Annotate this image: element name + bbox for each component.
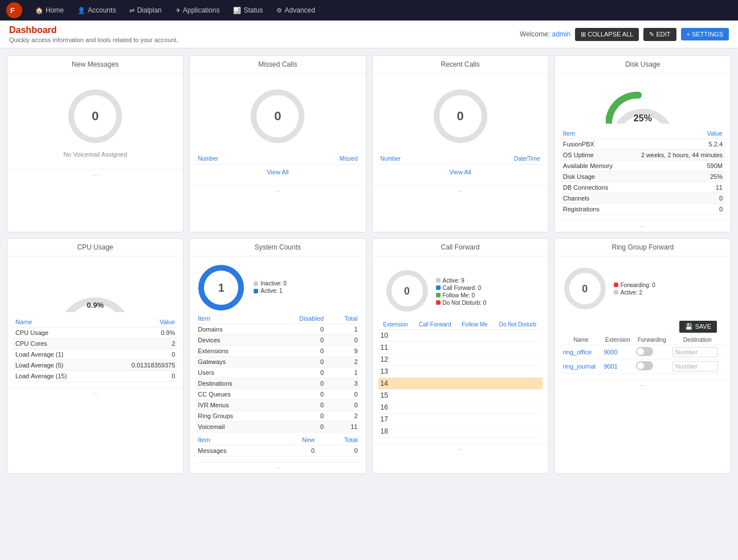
new-messages-footer: ···	[7, 169, 183, 181]
rg-col-name: Name	[561, 335, 602, 345]
cpu-gauge-ring: 0.9%	[50, 267, 141, 312]
sys-counts-row: Gateways02	[195, 357, 360, 367]
call-forward-body: 0 Active: 9 Call Forward: 0	[373, 256, 548, 443]
cf-fm-val	[456, 426, 492, 438]
disk-item: Channels	[561, 193, 624, 204]
svg-text:F: F	[10, 6, 15, 15]
sys-disabled: 0	[271, 422, 326, 432]
call-forward-row: 15	[378, 390, 543, 402]
page-header: Dashboard Quickly access information and…	[0, 21, 738, 48]
recent-col2: Date/Time	[514, 156, 540, 162]
system-counts-value: 1	[218, 281, 225, 295]
cpu-val: 0	[101, 371, 177, 382]
inactive-dot	[254, 281, 258, 286]
cpu-val: 0	[101, 349, 177, 360]
advanced-icon: ⚙	[276, 7, 282, 14]
rg-col-dest: Destination	[670, 335, 725, 345]
call-forward-table: Extension Call Forward Follow Me Do Not …	[378, 320, 543, 438]
ring-group-body: 0 Forwarding: 0 Active: 2 💾	[555, 256, 731, 379]
sys-sub-total-val: 0	[317, 445, 360, 456]
sys-sub-new: New	[276, 435, 317, 445]
disk-value: 2 weeks, 2 hours, 44 minutes	[624, 150, 725, 161]
nav-advanced[interactable]: ⚙ Advanced	[271, 4, 320, 17]
sys-total: 3	[326, 378, 360, 389]
header-actions: Welcome: admin ⊞ COLLAPSE ALL ✎ EDIT + S…	[520, 28, 729, 41]
rg-fwd-toggle[interactable]	[634, 359, 670, 374]
system-counts-top: 1 Inactive: 0 Active: 1	[195, 262, 360, 313]
rg-active-dot	[614, 290, 618, 295]
missed-col2: Missed	[340, 156, 358, 162]
cpu-table-row: Load Average (5)0.01318359375	[13, 360, 177, 371]
missed-calls-body: 0 Number Missed View All	[190, 73, 365, 185]
cpu-name: CPU Cores	[13, 338, 101, 349]
cf-cf-val	[413, 366, 456, 378]
disk-usage-footer: ···	[555, 220, 731, 232]
sys-item: Users	[195, 367, 271, 378]
call-forward-row: 16	[378, 402, 543, 414]
rg-name-val: ring_journal	[561, 359, 602, 374]
cpu-usage-label: 0.9%	[87, 301, 104, 309]
cpu-table: Name Value CPU Usage0.9%CPU Cores2Load A…	[13, 317, 177, 382]
cf-dnd-val	[493, 378, 543, 390]
save-button[interactable]: 💾 SAVE	[679, 321, 717, 333]
missed-calls-ring: 0	[246, 85, 309, 148]
nav-dialplan[interactable]: ⇌ Dialplan	[124, 4, 167, 17]
cpu-name: CPU Usage	[13, 328, 101, 338]
nav-home[interactable]: 🏠 Home	[30, 4, 70, 17]
sys-counts-sub-table: Item New Total Messages00	[195, 435, 360, 456]
disk-gauge: 25%	[561, 79, 725, 128]
sys-counts-row: Voicemail011	[195, 422, 360, 432]
sys-item: Devices	[195, 335, 271, 346]
cpu-table-row: CPU Cores2	[13, 338, 177, 349]
sys-item: Gateways	[195, 357, 271, 367]
sys-disabled: 0	[271, 357, 326, 367]
settings-button[interactable]: + SETTINGS	[681, 28, 729, 40]
cf-col-dnd: Do Not Disturb	[493, 320, 543, 330]
missed-calls-donut: 0	[195, 79, 360, 153]
recent-calls-view-all[interactable]: View All	[378, 165, 543, 179]
system-counts-legend: Inactive: 0 Active: 1	[254, 280, 287, 295]
rg-legend-active: Active: 2	[614, 289, 655, 296]
cf-ext-val: 10	[378, 330, 413, 342]
edit-button[interactable]: ✎ EDIT	[643, 28, 676, 41]
cf-dnd-val	[493, 342, 543, 354]
recent-calls-headers: Number Date/Time	[378, 153, 543, 165]
rg-col-fwd: Forwarding	[634, 335, 670, 345]
nav-applications[interactable]: ✈ Applications	[170, 4, 226, 17]
sys-item: Voicemail	[195, 422, 271, 432]
ring-group-row: ring_office 9000	[561, 345, 725, 359]
cf-dnd-val	[493, 402, 543, 414]
rg-dest-val[interactable]	[670, 359, 725, 374]
cf-cf-val	[413, 402, 456, 414]
sys-sub-item-val: Messages	[195, 445, 275, 456]
collapse-all-button[interactable]: ⊞ COLLAPSE ALL	[575, 28, 639, 41]
rg-dest-val[interactable]	[670, 345, 725, 359]
user-link[interactable]: admin	[552, 30, 571, 38]
legend-inactive: Inactive: 0	[254, 280, 287, 287]
cf-fm-val	[456, 354, 492, 366]
sys-disabled: 0	[271, 346, 326, 357]
cf-fm-val	[456, 414, 492, 426]
sys-total: 0	[326, 389, 360, 400]
bottom-widget-row: CPU Usage 0.9% Name	[7, 238, 731, 474]
cpu-col1: Name	[13, 317, 101, 328]
cf-cf-val	[413, 390, 456, 402]
sys-item: Extensions	[195, 346, 271, 357]
cf-ext-val: 16	[378, 402, 413, 414]
sys-col-total: Total	[326, 313, 360, 324]
system-counts-footer: ···	[190, 462, 365, 473]
cpu-val: 0.9%	[101, 328, 177, 338]
cf-dnd-val	[493, 354, 543, 366]
nav-accounts[interactable]: 👤 Accounts	[72, 4, 121, 17]
missed-calls-count: 0	[274, 109, 281, 124]
missed-calls-view-all[interactable]: View All	[195, 165, 360, 179]
missed-calls-headers: Number Missed	[195, 153, 360, 165]
sys-counts-row: Destinations03	[195, 378, 360, 389]
rg-fwd-toggle[interactable]	[634, 345, 670, 359]
disk-usage-title: Disk Usage	[555, 56, 731, 73]
nav-status[interactable]: 📊 Status	[227, 4, 268, 17]
cf-follow-dot	[436, 293, 441, 297]
disk-usage-label: 25%	[634, 113, 652, 124]
sys-total: 1	[326, 324, 360, 335]
sys-counts-row: Users01	[195, 367, 360, 378]
